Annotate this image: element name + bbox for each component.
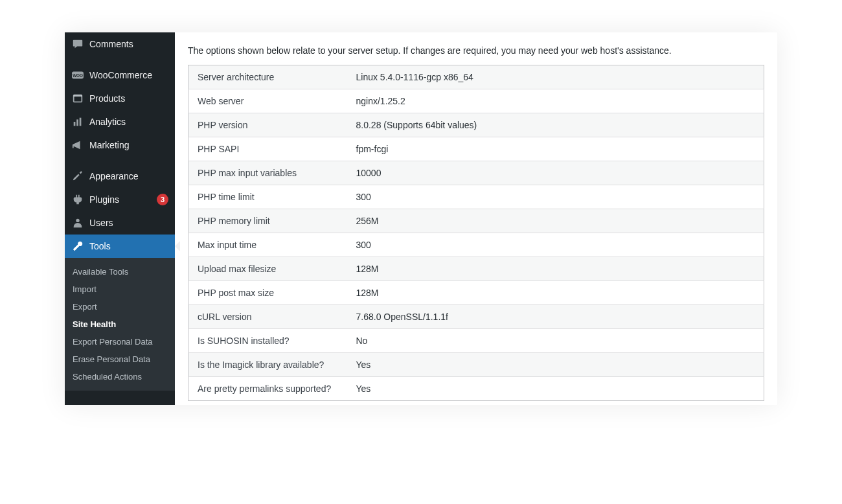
sidebar-item-plugins[interactable]: Plugins 3 xyxy=(65,188,175,211)
info-value: fpm-fcgi xyxy=(347,137,764,161)
info-value: nginx/1.25.2 xyxy=(347,89,764,113)
table-row: cURL version7.68.0 OpenSSL/1.1.1f xyxy=(188,305,764,329)
section-description: The options shown below relate to your s… xyxy=(188,45,764,56)
sidebar-item-label: Comments xyxy=(89,39,168,49)
main-content: The options shown below relate to your s… xyxy=(175,32,777,405)
svg-rect-6 xyxy=(80,118,82,126)
sidebar-item-label: Marketing xyxy=(89,140,168,150)
info-value: 10000 xyxy=(347,161,764,185)
sidebar-item-label: Plugins xyxy=(89,194,149,205)
tools-submenu: Available Tools Import Export Site Healt… xyxy=(65,258,175,391)
sidebar-item-label: Appearance xyxy=(89,171,168,181)
table-row: Upload max filesize128M xyxy=(188,257,764,281)
table-row: PHP time limit300 xyxy=(188,185,764,209)
svg-rect-3 xyxy=(74,95,82,97)
info-label: Web server xyxy=(188,89,347,113)
submenu-export[interactable]: Export xyxy=(65,298,175,315)
submenu-scheduled-actions[interactable]: Scheduled Actions xyxy=(65,368,175,385)
sidebar-item-label: WooCommerce xyxy=(89,70,168,80)
sidebar-item-label: Analytics xyxy=(89,117,168,127)
sidebar-item-label: Products xyxy=(89,93,168,104)
table-row: Server architectureLinux 5.4.0-1116-gcp … xyxy=(188,65,764,89)
sidebar-item-woocommerce[interactable]: WOO WooCommerce xyxy=(65,63,175,87)
info-value: Linux 5.4.0-1116-gcp x86_64 xyxy=(347,65,764,89)
table-row: PHP version8.0.28 (Supports 64bit values… xyxy=(188,113,764,137)
content-panel: The options shown below relate to your s… xyxy=(175,32,777,405)
info-value: 256M xyxy=(347,209,764,233)
appearance-icon xyxy=(71,170,84,183)
sidebar-item-label: Tools xyxy=(89,241,168,251)
info-value: 128M xyxy=(347,281,764,305)
plugins-icon xyxy=(71,193,84,206)
table-row: PHP memory limit256M xyxy=(188,209,764,233)
table-row: Max input time300 xyxy=(188,233,764,257)
info-value: 300 xyxy=(347,233,764,257)
info-label: PHP memory limit xyxy=(188,209,347,233)
table-row: PHP max input variables10000 xyxy=(188,161,764,185)
tools-icon xyxy=(71,240,84,253)
comments-icon xyxy=(71,38,84,51)
submenu-available-tools[interactable]: Available Tools xyxy=(65,263,175,281)
table-row: PHP post max size128M xyxy=(188,281,764,305)
info-label: Are pretty permalinks supported? xyxy=(188,377,347,401)
admin-sidebar: Comments WOO WooCommerce Products Analyt… xyxy=(65,32,175,405)
sidebar-item-label: Users xyxy=(89,218,168,228)
info-label: Max input time xyxy=(188,233,347,257)
info-value: Yes xyxy=(347,353,764,377)
marketing-icon xyxy=(71,139,84,152)
sidebar-item-marketing[interactable]: Marketing xyxy=(65,133,175,157)
submenu-site-health[interactable]: Site Health xyxy=(65,315,175,333)
sidebar-item-products[interactable]: Products xyxy=(65,87,175,110)
products-icon xyxy=(71,92,84,105)
svg-text:WOO: WOO xyxy=(73,73,83,78)
server-info-table: Server architectureLinux 5.4.0-1116-gcp … xyxy=(188,65,764,401)
svg-rect-5 xyxy=(76,119,78,126)
info-label: PHP SAPI xyxy=(188,137,347,161)
info-value: 300 xyxy=(347,185,764,209)
info-label: PHP time limit xyxy=(188,185,347,209)
info-label: Upload max filesize xyxy=(188,257,347,281)
info-label: Is the Imagick library available? xyxy=(188,353,347,377)
submenu-erase-personal-data[interactable]: Erase Personal Data xyxy=(65,350,175,368)
table-row: Is the Imagick library available?Yes xyxy=(188,353,764,377)
table-row: Is SUHOSIN installed?No xyxy=(188,329,764,353)
submenu-import[interactable]: Import xyxy=(65,281,175,298)
info-value: No xyxy=(347,329,764,353)
info-label: Is SUHOSIN installed? xyxy=(188,329,347,353)
info-value: Yes xyxy=(347,377,764,401)
sidebar-item-analytics[interactable]: Analytics xyxy=(65,110,175,133)
users-icon xyxy=(71,216,84,229)
svg-point-7 xyxy=(76,219,79,222)
table-row: PHP SAPIfpm-fcgi xyxy=(188,137,764,161)
table-row: Are pretty permalinks supported?Yes xyxy=(188,377,764,401)
app-window: Comments WOO WooCommerce Products Analyt… xyxy=(65,32,777,405)
table-row: Web servernginx/1.25.2 xyxy=(188,89,764,113)
sidebar-item-users[interactable]: Users xyxy=(65,211,175,235)
sidebar-item-tools[interactable]: Tools xyxy=(65,235,175,258)
sidebar-item-appearance[interactable]: Appearance xyxy=(65,165,175,188)
info-label: cURL version xyxy=(188,305,347,329)
info-value: 128M xyxy=(347,257,764,281)
info-label: PHP version xyxy=(188,113,347,137)
submenu-export-personal-data[interactable]: Export Personal Data xyxy=(65,333,175,350)
analytics-icon xyxy=(71,115,84,128)
info-label: PHP post max size xyxy=(188,281,347,305)
info-value: 7.68.0 OpenSSL/1.1.1f xyxy=(347,305,764,329)
info-label: Server architecture xyxy=(188,65,347,89)
info-value: 8.0.28 (Supports 64bit values) xyxy=(347,113,764,137)
sidebar-item-comments[interactable]: Comments xyxy=(65,32,175,56)
svg-rect-4 xyxy=(74,122,76,126)
plugins-update-badge: 3 xyxy=(157,194,168,205)
info-label: PHP max input variables xyxy=(188,161,347,185)
woo-icon: WOO xyxy=(71,69,84,82)
